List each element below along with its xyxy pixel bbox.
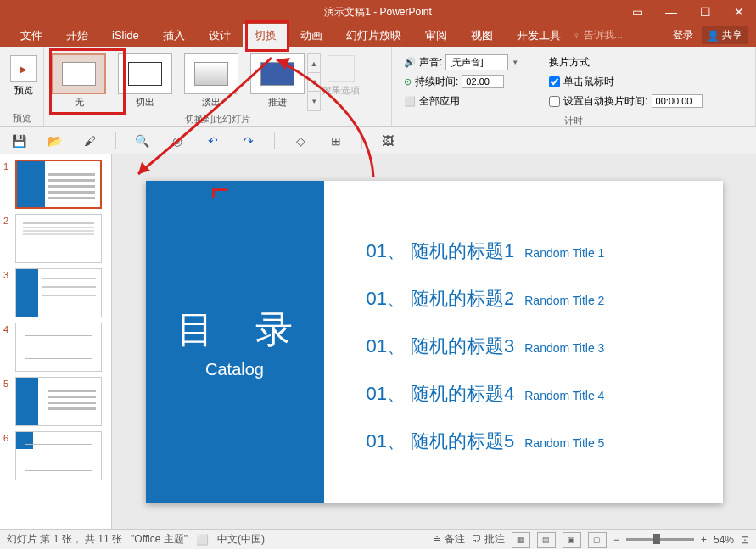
maximize-button[interactable]: ☐ — [688, 0, 722, 24]
tab-home[interactable]: 开始 — [54, 24, 100, 47]
login-link[interactable]: 登录 — [673, 28, 693, 42]
slide-row[interactable]: 01、随机的标题3Random Title 3 — [367, 334, 706, 359]
sound-icon: 🔊 — [404, 57, 416, 68]
effect-options-icon — [328, 55, 355, 82]
save-icon[interactable]: 💾 — [8, 131, 29, 151]
apply-all-button[interactable]: 全部应用 — [419, 94, 460, 109]
arrow-down-icon[interactable]: ▼ — [308, 73, 320, 92]
transition-fade[interactable]: 淡出 — [182, 53, 241, 111]
window-controls: ▭ — ☐ ✕ — [620, 0, 756, 24]
image-icon[interactable]: 🖼 — [378, 131, 398, 151]
transition-gallery: 无 切出 淡出 推进 — [49, 50, 307, 111]
target-icon[interactable]: ◎ — [167, 131, 188, 151]
slide-content[interactable]: 01、随机的标题1Random Title 101、随机的标题2Random T… — [367, 239, 706, 476]
auto-after-checkbox[interactable] — [549, 96, 560, 107]
comments-button[interactable]: 🗩 批注 — [472, 532, 505, 547]
thumb-1[interactable]: 1 ★ — [3, 160, 108, 209]
slide-row[interactable]: 01、随机的标题1Random Title 1 — [367, 239, 706, 264]
search-icon[interactable]: 🔍 — [132, 131, 152, 151]
slide-row[interactable]: 01、随机的标题4Random Title 4 — [367, 381, 706, 407]
close-button[interactable]: ✕ — [722, 0, 756, 24]
ribbon: 预览 预览 无 切出 淡出 推进 — [0, 47, 756, 127]
slide-row[interactable]: 01、随机的标题2Random Title 2 — [367, 286, 706, 312]
tab-islide[interactable]: iSlide — [100, 24, 151, 47]
advance-label: 换片方式 — [549, 53, 702, 70]
tab-review[interactable]: 审阅 — [413, 24, 459, 47]
duration-icon: ⊙ — [404, 76, 412, 87]
undo-icon[interactable]: ↶ — [203, 131, 223, 151]
slide-canvas[interactable]: 目 录 Catalog 01、随机的标题1Random Title 101、随机… — [146, 181, 723, 503]
gallery-more[interactable]: ▲ ▼ ▾ — [307, 53, 321, 111]
brush-icon[interactable]: 🖌 — [80, 131, 100, 151]
notes-button[interactable]: ≐ 备注 — [433, 532, 464, 547]
tab-file[interactable]: 文件 — [8, 24, 54, 47]
tab-developer[interactable]: 开发工具 — [505, 24, 573, 47]
auto-after-input[interactable]: 00:00.00 — [652, 94, 703, 108]
transition-gallery-group: 无 切出 淡出 推进 ▲ ▼ ▾ — [44, 47, 392, 126]
title-bar: 演示文稿1 - PowerPoint ▭ — ☐ ✕ — [0, 0, 756, 24]
arrow-up-icon[interactable]: ▲ — [308, 54, 320, 73]
slideshow-view-icon[interactable]: ▢ — [588, 532, 607, 548]
share-button[interactable]: 👤共享 — [702, 26, 748, 44]
reading-view-icon[interactable]: ▣ — [563, 532, 581, 548]
spellcheck-icon[interactable]: ⬜ — [196, 534, 209, 546]
slide-title-en: Catalog — [205, 360, 264, 379]
zoom-slider[interactable] — [626, 538, 694, 541]
slide-count[interactable]: 幻灯片 第 1 张， 共 11 张 — [7, 532, 122, 547]
duration-input[interactable]: 02.00 — [462, 75, 504, 88]
sorter-view-icon[interactable]: ▤ — [537, 532, 556, 548]
redo-icon[interactable]: ↷ — [238, 131, 259, 151]
annotation-number: ⌐ — [210, 170, 230, 210]
effect-options: 效果选项 — [321, 50, 361, 111]
language[interactable]: 中文(中国) — [217, 532, 265, 547]
slide-editor[interactable]: 目 录 Catalog 01、随机的标题1Random Title 101、随机… — [112, 154, 756, 529]
zoom-out-icon[interactable]: − — [613, 534, 619, 546]
quick-access-toolbar: 💾 📂 🖌 🔍 ◎ ↶ ↷ ◇ ⊞ 🖼 — [0, 127, 756, 154]
expand-icon[interactable]: ▾ — [308, 92, 320, 110]
open-icon[interactable]: 📂 — [44, 131, 64, 151]
timing-group-label: 计时 — [397, 113, 750, 127]
slide-thumbnails: 1 ★ 2 3 4 5 6 — [0, 154, 112, 529]
minimize-button[interactable]: — — [654, 0, 688, 24]
share-icon: 👤 — [707, 30, 720, 42]
thumb-4[interactable]: 4 — [3, 323, 108, 372]
timing-group: 🔊声音:[无声音]▼ ⊙持续时间:02.00 ⬜全部应用 换片方式 单击鼠标时 … — [392, 47, 756, 126]
preview-button[interactable]: 预览 — [5, 50, 42, 97]
zoom-in-icon[interactable]: + — [701, 534, 707, 546]
preview-group-label: 预览 — [5, 110, 38, 125]
sound-select[interactable]: [无声音] — [445, 54, 508, 70]
thumb-2[interactable]: 2 — [3, 214, 108, 263]
normal-view-icon[interactable]: ▦ — [512, 532, 530, 548]
separator — [274, 132, 275, 149]
dropdown-icon[interactable]: ▼ — [512, 59, 518, 66]
zoom-level[interactable]: 54% — [714, 534, 734, 546]
status-bar: 幻灯片 第 1 张， 共 11 张 "Office 主题" ⬜ 中文(中国) ≐… — [0, 529, 756, 549]
shape-icon[interactable]: ◇ — [290, 131, 311, 151]
workspace: 1 ★ 2 3 4 5 6 目 录 Catalog — [0, 154, 756, 529]
slide-title-block[interactable]: 目 录 Catalog — [146, 181, 324, 503]
tab-transition[interactable]: 切换 — [243, 24, 288, 47]
transition-none[interactable]: 无 — [49, 53, 109, 111]
ribbon-tabs: 文件 开始 iSlide 插入 设计 切换 动画 幻灯片放映 审阅 视图 开发工… — [0, 24, 756, 47]
apply-all-icon: ⬜ — [404, 96, 416, 107]
tab-view[interactable]: 视图 — [459, 24, 505, 47]
theme-name: "Office 主题" — [131, 532, 188, 547]
separator — [115, 132, 116, 149]
tell-me[interactable]: ♀告诉我... — [573, 28, 623, 42]
tab-animation[interactable]: 动画 — [288, 24, 334, 47]
align-icon[interactable]: ⊞ — [326, 131, 346, 151]
on-click-checkbox[interactable] — [549, 76, 560, 87]
tab-slideshow[interactable]: 幻灯片放映 — [334, 24, 413, 47]
thumb-5[interactable]: 5 — [3, 377, 108, 426]
thumb-6[interactable]: 6 — [3, 431, 108, 480]
tab-insert[interactable]: 插入 — [151, 24, 197, 47]
gallery-group-label: 切换到此幻灯片 — [49, 111, 386, 126]
fit-window-icon[interactable]: ⊡ — [741, 534, 749, 546]
transition-cut[interactable]: 切出 — [115, 53, 175, 111]
slide-title-cn: 目 录 — [161, 305, 307, 355]
ribbon-display-icon[interactable]: ▭ — [620, 0, 654, 24]
thumb-3[interactable]: 3 — [3, 268, 108, 317]
transition-push[interactable]: 推进 — [248, 53, 307, 111]
slide-row[interactable]: 01、随机的标题5Random Title 5 — [367, 429, 706, 454]
tab-design[interactable]: 设计 — [197, 24, 243, 47]
